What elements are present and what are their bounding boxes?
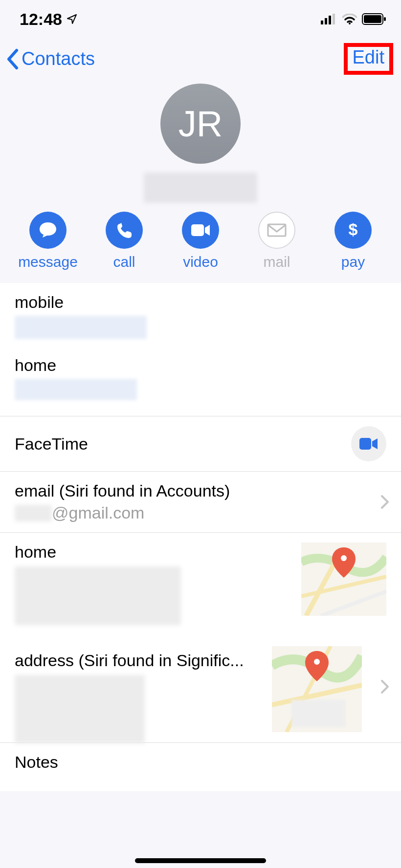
- svg-rect-6: [364, 15, 381, 23]
- notes-cell[interactable]: Notes: [0, 743, 401, 791]
- home-address-cell[interactable]: home: [0, 533, 401, 630]
- notes-label: Notes: [15, 753, 386, 772]
- svg-rect-15: [291, 700, 345, 727]
- video-icon: [359, 437, 379, 450]
- mobile-value-redacted: [15, 316, 147, 339]
- pay-action[interactable]: $ pay: [321, 212, 385, 270]
- nav-bar: Contacts Edit: [0, 34, 401, 84]
- svg-rect-0: [321, 21, 323, 24]
- email-user-redacted: [15, 505, 52, 521]
- contact-detail-list[interactable]: mobile home FaceTime email (Siri found i…: [0, 283, 401, 791]
- status-bar: 12:48: [0, 0, 401, 34]
- location-icon: [66, 13, 78, 25]
- contact-name-redacted: [144, 173, 257, 203]
- back-label: Contacts: [22, 48, 95, 69]
- svg-point-13: [341, 555, 347, 561]
- map-thumbnail[interactable]: [272, 646, 362, 732]
- email-domain: @gmail.com: [52, 503, 144, 522]
- svg-rect-11: [359, 438, 371, 450]
- map-pin-icon: [331, 547, 356, 579]
- svg-point-16: [314, 659, 320, 665]
- avatar-initials: JR: [178, 103, 223, 145]
- pay-label: pay: [341, 254, 365, 270]
- edit-button[interactable]: Edit: [353, 47, 384, 67]
- svg-rect-7: [384, 17, 386, 21]
- mobile-label: mobile: [15, 293, 386, 312]
- map-thumbnail[interactable]: [301, 542, 386, 616]
- facetime-video-button[interactable]: [351, 426, 386, 461]
- message-icon: [29, 212, 67, 249]
- video-label: video: [183, 254, 218, 270]
- video-icon: [182, 212, 219, 249]
- svg-rect-8: [191, 224, 204, 236]
- back-button[interactable]: Contacts: [6, 48, 95, 70]
- svg-rect-3: [333, 14, 335, 24]
- home-address-redacted: [15, 566, 181, 625]
- map-pin-icon: [304, 651, 330, 682]
- home-phone-label: home: [15, 356, 386, 375]
- mobile-cell[interactable]: mobile: [0, 283, 401, 353]
- facetime-label: FaceTime: [15, 434, 88, 454]
- svg-point-4: [349, 22, 351, 24]
- mail-icon: [258, 212, 295, 249]
- clock-text: 12:48: [20, 10, 62, 29]
- contact-header: JR: [0, 84, 401, 203]
- action-row: message call video mail $ pay: [0, 203, 401, 283]
- contact-detail-screen: 12:48 Contacts Edit: [0, 0, 401, 868]
- facetime-cell[interactable]: FaceTime: [0, 416, 401, 472]
- suggested-address-redacted: [15, 675, 145, 743]
- svg-rect-2: [329, 16, 331, 24]
- wifi-icon: [342, 14, 357, 24]
- message-action[interactable]: message: [16, 212, 80, 270]
- battery-icon: [362, 13, 386, 25]
- email-label: email (Siri found in Accounts): [15, 481, 386, 500]
- call-label: call: [113, 254, 135, 270]
- email-cell[interactable]: email (Siri found in Accounts) @gmail.co…: [0, 472, 401, 533]
- message-label: message: [18, 254, 78, 270]
- mail-action[interactable]: mail: [245, 212, 309, 270]
- status-time: 12:48: [20, 10, 78, 29]
- call-action[interactable]: call: [92, 212, 156, 270]
- video-action[interactable]: video: [169, 212, 232, 270]
- home-phone-cell[interactable]: home: [0, 353, 401, 416]
- suggested-address-cell[interactable]: address (Siri found in Signific...: [0, 630, 401, 743]
- svg-text:$: $: [349, 220, 358, 239]
- chevron-right-icon: [380, 679, 389, 694]
- svg-rect-1: [325, 18, 327, 24]
- status-right-icons: [321, 13, 386, 25]
- chevron-right-icon: [380, 495, 389, 509]
- mail-label: mail: [263, 254, 290, 270]
- avatar: JR: [160, 84, 241, 164]
- home-phone-value-redacted: [15, 379, 137, 400]
- chevron-left-icon: [6, 48, 20, 70]
- dollar-icon: $: [334, 212, 372, 249]
- home-indicator[interactable]: [135, 858, 266, 863]
- cellular-icon: [321, 14, 337, 24]
- phone-icon: [106, 212, 143, 249]
- edit-highlight: Edit: [344, 43, 393, 75]
